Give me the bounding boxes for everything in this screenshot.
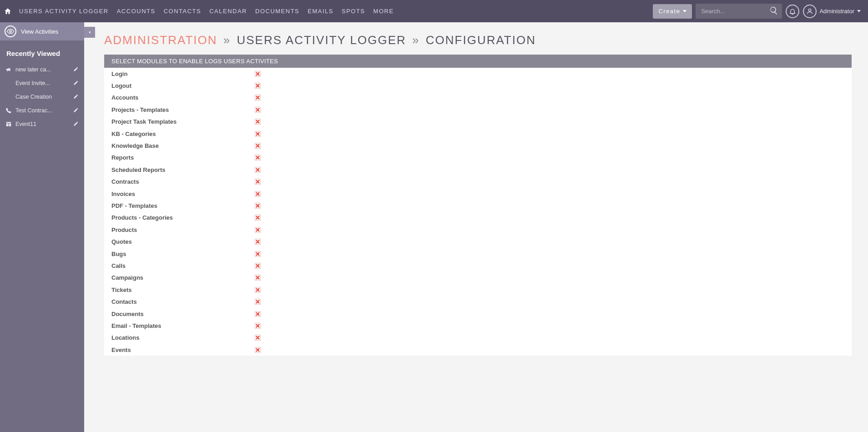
module-name: Invoices bbox=[104, 191, 252, 197]
nav-item-spots[interactable]: Spots bbox=[338, 0, 369, 22]
module-toggle-disabled[interactable] bbox=[255, 143, 261, 149]
module-row: Campaigns bbox=[104, 272, 852, 284]
module-toggle-disabled[interactable] bbox=[255, 215, 261, 221]
module-toggle-disabled[interactable] bbox=[255, 71, 261, 77]
panel-header: SELECT MODULES TO ENABLE LOGS USERS ACTI… bbox=[104, 55, 852, 68]
module-toggle-disabled[interactable] bbox=[255, 191, 261, 197]
nav-item-emails[interactable]: Emails bbox=[303, 0, 338, 22]
module-toggle-disabled[interactable] bbox=[255, 251, 261, 257]
module-name: Contacts bbox=[104, 298, 252, 305]
caret-down-icon bbox=[857, 10, 861, 12]
topbar-right: Create Administrator bbox=[653, 4, 868, 19]
search-input[interactable] bbox=[701, 8, 769, 15]
module-toggle-disabled[interactable] bbox=[255, 83, 261, 89]
module-toggle-disabled[interactable] bbox=[255, 287, 261, 293]
module-toggle-disabled[interactable] bbox=[255, 227, 261, 233]
module-toggle-disabled[interactable] bbox=[255, 155, 261, 161]
module-toggle-disabled[interactable] bbox=[255, 95, 261, 100]
edit-icon[interactable] bbox=[73, 107, 79, 114]
module-row: Tickets bbox=[104, 284, 852, 296]
nav-item-contacts[interactable]: Contacts bbox=[160, 0, 206, 22]
module-name: Quotes bbox=[104, 238, 252, 245]
breadcrumb-separator: » bbox=[223, 33, 231, 47]
recent-item[interactable]: Event11 bbox=[0, 117, 84, 131]
module-row: Products bbox=[104, 224, 852, 236]
breadcrumb: Administration » Users Activity Logger »… bbox=[104, 33, 852, 47]
module-row: Project Task Templates bbox=[104, 116, 852, 128]
module-row: Projects - Templates bbox=[104, 104, 852, 116]
recent-item-label: new later ca... bbox=[15, 66, 51, 73]
module-name: Contracts bbox=[104, 178, 252, 185]
module-name: Accounts bbox=[104, 94, 252, 101]
breadcrumb-separator: » bbox=[412, 33, 419, 47]
module-row: Documents bbox=[104, 308, 852, 320]
sidebar-recent-heading: Recently Viewed bbox=[0, 40, 84, 63]
recent-item[interactable]: new later ca... bbox=[0, 63, 84, 76]
module-toggle-disabled[interactable] bbox=[255, 179, 261, 185]
module-toggle-disabled[interactable] bbox=[255, 203, 261, 209]
module-toggle-disabled[interactable] bbox=[255, 275, 261, 281]
module-name: PDF - Templates bbox=[104, 202, 252, 209]
module-row: Invoices bbox=[104, 188, 852, 200]
create-button[interactable]: Create bbox=[653, 4, 692, 19]
module-toggle-disabled[interactable] bbox=[255, 107, 261, 113]
nav-item-accounts[interactable]: Accounts bbox=[113, 0, 160, 22]
module-toggle-disabled[interactable] bbox=[255, 311, 261, 317]
home-icon[interactable] bbox=[0, 0, 15, 22]
module-name: Bugs bbox=[104, 251, 252, 257]
module-name: Logout bbox=[104, 82, 252, 89]
module-row: Calls bbox=[104, 260, 852, 271]
svg-point-1 bbox=[10, 30, 11, 32]
module-name: Products bbox=[104, 226, 252, 233]
breadcrumb-mid: Users Activity Logger bbox=[237, 33, 406, 47]
module-row: Accounts bbox=[104, 92, 852, 104]
module-name: Projects - Templates bbox=[104, 106, 252, 113]
module-toggle-disabled[interactable] bbox=[255, 323, 261, 329]
search-icon[interactable] bbox=[769, 6, 778, 16]
notifications-icon[interactable] bbox=[786, 5, 799, 18]
sidebar-tab-view-activities[interactable]: View Activities bbox=[0, 22, 84, 40]
module-row: Reports bbox=[104, 152, 852, 164]
top-navbar: Users Activity LoggerAccountsContactsCal… bbox=[0, 0, 868, 22]
module-toggle-disabled[interactable] bbox=[255, 299, 261, 305]
edit-icon[interactable] bbox=[73, 66, 79, 73]
nav-item-calendar[interactable]: Calendar bbox=[205, 0, 251, 22]
search-box[interactable] bbox=[696, 4, 782, 19]
recent-item[interactable]: Case Creation bbox=[0, 90, 84, 104]
module-row: Quotes bbox=[104, 236, 852, 247]
modules-panel: SELECT MODULES TO ENABLE LOGS USERS ACTI… bbox=[104, 55, 852, 356]
breadcrumb-leaf: Configuration bbox=[426, 33, 536, 47]
breadcrumb-admin-link[interactable]: Administration bbox=[104, 33, 217, 47]
module-name: Knowledge Base bbox=[104, 142, 252, 149]
module-toggle-disabled[interactable] bbox=[255, 131, 261, 137]
module-row: Bugs bbox=[104, 248, 852, 260]
module-name: Documents bbox=[104, 311, 252, 317]
module-row: Events bbox=[104, 344, 852, 356]
recent-list: new later ca...Event Invite...Case Creat… bbox=[0, 63, 84, 131]
module-name: Events bbox=[104, 347, 252, 353]
module-toggle-disabled[interactable] bbox=[255, 335, 261, 341]
user-menu-label: Administrator bbox=[819, 8, 854, 15]
module-name: Project Task Templates bbox=[104, 118, 252, 125]
edit-icon[interactable] bbox=[73, 121, 79, 128]
module-toggle-disabled[interactable] bbox=[255, 119, 261, 125]
modules-table: LoginLogoutAccountsProjects - TemplatesP… bbox=[104, 68, 852, 356]
module-toggle-disabled[interactable] bbox=[255, 239, 261, 245]
edit-icon[interactable] bbox=[73, 80, 79, 87]
module-toggle-disabled[interactable] bbox=[255, 263, 261, 269]
user-menu[interactable]: Administrator bbox=[803, 5, 861, 18]
module-name: Login bbox=[104, 70, 252, 77]
recent-item-label: Test Contrac... bbox=[15, 107, 52, 114]
edit-icon[interactable] bbox=[73, 94, 79, 100]
nav-item-users-activity-logger[interactable]: Users Activity Logger bbox=[15, 0, 113, 22]
module-row: Email - Templates bbox=[104, 320, 852, 332]
recent-item[interactable]: Event Invite... bbox=[0, 76, 84, 90]
module-name: Email - Templates bbox=[104, 322, 252, 329]
module-toggle-disabled[interactable] bbox=[255, 167, 261, 173]
nav-item-more[interactable]: More bbox=[369, 0, 398, 22]
recent-item[interactable]: Test Contrac... bbox=[0, 104, 84, 117]
module-row: Logout bbox=[104, 80, 852, 91]
module-toggle-disabled[interactable] bbox=[255, 347, 261, 353]
nav-item-documents[interactable]: Documents bbox=[251, 0, 303, 22]
module-row: Knowledge Base bbox=[104, 140, 852, 151]
